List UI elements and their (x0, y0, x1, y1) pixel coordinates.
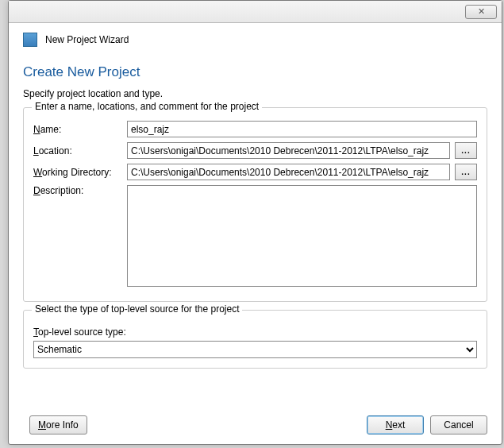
project-info-group: Enter a name, locations, and comment for… (23, 107, 487, 302)
location-input[interactable] (127, 142, 450, 159)
next-button[interactable]: Next (367, 415, 424, 434)
source-type-select[interactable]: Schematic (33, 341, 477, 358)
page-title: Create New Project (23, 64, 487, 80)
wizard-icon (23, 33, 37, 47)
workdir-row: Working Directory: ... (33, 164, 477, 180)
description-input[interactable] (127, 185, 477, 287)
location-label: Location: (33, 145, 122, 156)
description-label: Description: (33, 185, 122, 196)
close-icon: ✕ (478, 6, 485, 17)
workdir-label: Working Directory: (33, 167, 122, 178)
name-label: Name: (33, 124, 122, 135)
ellipsis-icon: ... (461, 168, 470, 176)
workdir-input[interactable] (127, 164, 450, 180)
location-browse-button[interactable]: ... (455, 142, 477, 159)
wizard-header: New Project Wizard (9, 23, 502, 53)
source-type-group: Select the type of top-level source for … (23, 310, 487, 369)
close-button[interactable]: ✕ (465, 5, 497, 19)
page-subtitle: Specify project location and type. (23, 88, 487, 99)
titlebar: ✕ (9, 1, 502, 23)
wizard-footer: More Info Next Cancel (9, 406, 502, 444)
location-row: Location: ... (33, 142, 477, 159)
ellipsis-icon: ... (461, 146, 470, 155)
source-type-label: Top-level source type: (33, 326, 477, 338)
name-input[interactable] (127, 121, 477, 137)
workdir-browse-button[interactable]: ... (455, 164, 477, 180)
cancel-button[interactable]: Cancel (430, 415, 487, 434)
source-type-legend: Select the type of top-level source for … (32, 303, 242, 315)
wizard-content: Create New Project Specify project locat… (9, 53, 502, 369)
more-info-button[interactable]: More Info (29, 415, 87, 434)
wizard-title: New Project Wizard (45, 34, 129, 45)
wizard-window: ✕ New Project Wizard Create New Project … (8, 0, 502, 445)
description-row: Description: (33, 185, 477, 287)
name-row: Name: (33, 121, 477, 137)
project-info-legend: Enter a name, locations, and comment for… (32, 101, 262, 112)
